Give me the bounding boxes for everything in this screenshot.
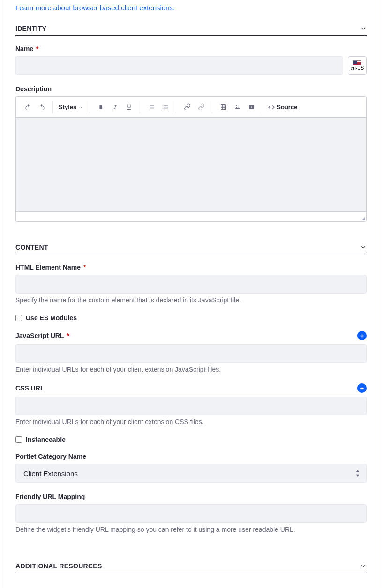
css-url-input[interactable] <box>15 397 367 415</box>
portlet-category-label: Portlet Category Name <box>15 453 367 460</box>
css-url-help: Enter individual URLs for each of your c… <box>15 418 367 426</box>
css-url-label: CSS URL <box>15 384 44 392</box>
link-button[interactable] <box>180 100 194 114</box>
friendly-url-input[interactable] <box>15 504 367 523</box>
instanceable-checkbox[interactable] <box>15 436 22 443</box>
svg-point-0 <box>162 105 163 106</box>
identity-title: IDENTITY <box>15 25 46 32</box>
html-element-help: Specify the name for the custom element … <box>15 296 367 304</box>
portlet-category-select[interactable]: Client Extensions <box>15 464 367 483</box>
source-button[interactable]: Source <box>264 102 301 112</box>
js-url-input[interactable] <box>15 344 367 363</box>
locale-select-button[interactable]: en-US <box>348 56 367 75</box>
video-button[interactable] <box>244 100 258 114</box>
es-modules-label[interactable]: Use ES Modules <box>26 314 77 322</box>
add-css-url-button[interactable] <box>357 383 367 393</box>
add-js-url-button[interactable] <box>357 331 367 340</box>
bold-button[interactable] <box>94 100 108 114</box>
additional-title: ADDITIONAL RESOURCES <box>15 562 102 570</box>
rich-text-editor: Styles <box>15 96 367 222</box>
content-section-header[interactable]: CONTENT <box>15 243 367 254</box>
locale-code: en-US <box>351 66 364 71</box>
undo-button[interactable] <box>21 100 35 114</box>
us-flag-icon <box>353 60 361 65</box>
name-label: Name * <box>15 45 367 52</box>
image-button[interactable] <box>230 100 244 114</box>
unlink-button[interactable] <box>194 100 208 114</box>
underline-button[interactable] <box>122 100 136 114</box>
learn-more-link[interactable]: Learn more about browser based client ex… <box>15 4 175 12</box>
es-modules-checkbox[interactable] <box>15 315 22 321</box>
description-label: Description <box>15 85 367 93</box>
html-element-input[interactable] <box>15 275 367 294</box>
svg-point-2 <box>162 108 163 109</box>
chevron-down-icon <box>360 244 367 250</box>
js-url-help: Enter individual URLs for each of your c… <box>15 366 367 373</box>
table-button[interactable] <box>216 100 230 114</box>
friendly-url-label: Friendly URL Mapping <box>15 493 367 500</box>
ordered-list-button[interactable] <box>144 100 158 114</box>
additional-section-header[interactable]: ADDITIONAL RESOURCES <box>15 562 367 573</box>
content-title: CONTENT <box>15 243 48 251</box>
svg-point-1 <box>162 107 163 108</box>
editor-content-area[interactable] <box>16 118 366 211</box>
html-element-label: HTML Element Name * <box>15 264 367 271</box>
identity-section-header[interactable]: IDENTITY <box>15 25 367 36</box>
instanceable-label[interactable]: Instanceable <box>26 436 66 443</box>
editor-toolbar: Styles <box>16 97 366 118</box>
redo-button[interactable] <box>35 100 49 114</box>
name-input[interactable] <box>15 56 343 75</box>
js-url-label: JavaScript URL * <box>15 332 69 339</box>
styles-dropdown[interactable]: Styles <box>55 102 88 112</box>
editor-resize-handle[interactable] <box>16 211 366 221</box>
chevron-down-icon <box>360 25 367 32</box>
italic-button[interactable] <box>108 100 122 114</box>
chevron-down-icon <box>360 563 367 569</box>
unordered-list-button[interactable] <box>158 100 172 114</box>
friendly-url-help: Define the widget's friendly URL mapping… <box>15 526 367 533</box>
